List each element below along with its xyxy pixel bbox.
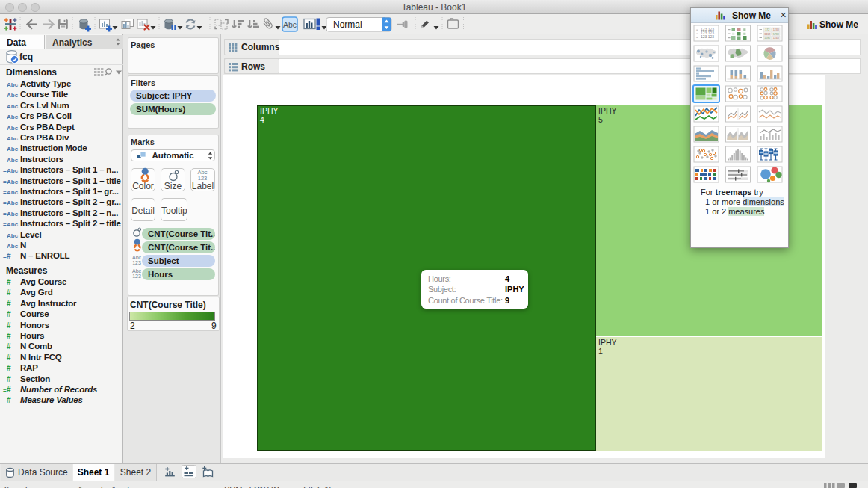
svg-text:1233: 1233 xyxy=(773,28,779,31)
svg-text:123 123: 123 123 xyxy=(701,34,714,39)
svg-text:1243: 1243 xyxy=(773,37,779,40)
svg-text:Abc: Abc xyxy=(283,20,297,29)
svg-text:Normal: Normal xyxy=(333,19,362,30)
svg-text:172: 172 xyxy=(765,28,769,31)
svg-text:Show Me: Show Me xyxy=(819,19,858,30)
svg-text:5788: 5788 xyxy=(773,33,779,36)
svg-text:3418: 3418 xyxy=(764,33,770,36)
svg-text:1282: 1282 xyxy=(764,37,770,40)
